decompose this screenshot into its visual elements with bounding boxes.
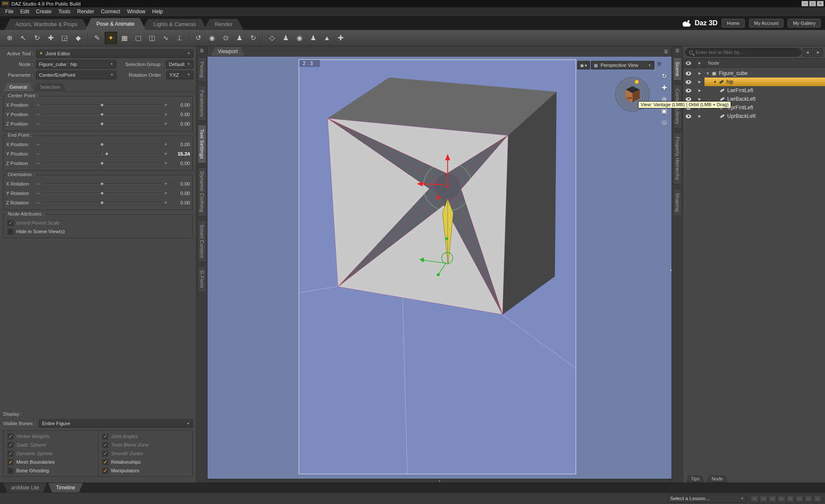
nudge-plus-button[interactable]: + (163, 142, 168, 147)
slider-value[interactable]: 0.00 (170, 121, 190, 126)
sidebar-tab-dynamic-clothing[interactable]: Dynamic Clothing (198, 167, 206, 216)
tab-animate-lite[interactable]: aniMate Lite (3, 483, 47, 492)
viewport-options-icon[interactable]: ≣ (657, 60, 662, 67)
nudge-minus-button[interactable]: − (36, 112, 40, 117)
hide-in-scene-views-checkbox[interactable] (8, 229, 13, 234)
environment-mode-button[interactable]: ▲ (321, 32, 333, 44)
slider-track[interactable] (42, 141, 161, 147)
home-button[interactable]: Home (722, 19, 744, 27)
slider-handle[interactable] (104, 151, 109, 156)
slider-track[interactable] (42, 102, 161, 108)
sidebar-tab-dform[interactable]: D-Form (198, 266, 206, 292)
visibility-toggle[interactable] (683, 72, 694, 75)
tab-tips[interactable]: Tips (686, 475, 705, 483)
figure-mode-button[interactable]: ♟ (233, 32, 246, 44)
rotation-order-dropdown[interactable]: YXZ ▼ (166, 71, 193, 79)
viewport-collapse-handle[interactable]: ▾ (208, 479, 671, 483)
surface-selection-tool-button[interactable]: ✎ (91, 32, 103, 44)
slider-track[interactable] (42, 160, 161, 166)
slider-track[interactable] (42, 151, 161, 157)
close-button[interactable]: ✕ (817, 1, 824, 6)
layout-preset-button[interactable]: ▭ (813, 495, 822, 502)
selection-group-dropdown[interactable]: Default ▼ (166, 60, 193, 69)
slider-track[interactable] (42, 121, 161, 127)
translate-tool-button[interactable]: ✚ (45, 32, 57, 44)
parameter-dropdown[interactable]: Center/EndPoint ▼ (36, 71, 117, 79)
sidebar-tab-scene[interactable]: Scene (673, 57, 682, 81)
selection-toggle[interactable]: ➤ (694, 88, 705, 93)
camera-selector-dropdown[interactable]: ▦ Perspective View ▼ (591, 61, 654, 69)
tree-row-uprbackleft[interactable]: ➤ UprBackLeft (683, 112, 825, 120)
tab-render[interactable]: Render (204, 19, 244, 30)
nudge-minus-button[interactable]: − (36, 181, 40, 186)
menu-help[interactable]: Help (149, 8, 166, 15)
menu-window[interactable]: Window (123, 8, 149, 15)
selection-toggle[interactable]: ➤ (694, 80, 705, 84)
inherit-parent-scale-checkbox[interactable]: ✓ (8, 220, 13, 226)
selection-toggle[interactable]: ➤ (694, 114, 705, 119)
twist-blend-zone-checkbox[interactable]: ✓ (102, 442, 108, 448)
minimize-button[interactable]: ─ (801, 1, 808, 6)
tab-timeline[interactable]: Timeline (48, 483, 83, 492)
bone-ghosting-checkbox[interactable] (8, 468, 13, 474)
selection-toggle[interactable]: ➤ (694, 97, 705, 102)
nudge-plus-button[interactable]: + (163, 191, 168, 196)
expand-arrow-icon[interactable]: ▼ (713, 80, 717, 84)
reset-pose-button[interactable]: ↻ (247, 32, 259, 44)
layout-preset-button[interactable]: ▭ (804, 495, 813, 502)
geometry-editor-tool-button[interactable]: ▦ (118, 32, 131, 44)
my-gallery-button[interactable]: My Gallery (788, 19, 821, 27)
orbit-icon[interactable]: ↻ (659, 71, 669, 81)
nudge-plus-button[interactable]: + (163, 102, 168, 108)
search-input[interactable] (696, 50, 798, 55)
selection-toggle[interactable]: ➤ (694, 71, 705, 76)
slider-handle[interactable] (99, 121, 104, 126)
layout-preset-button[interactable]: ▭ (750, 495, 759, 502)
nudge-plus-button[interactable]: + (163, 161, 168, 166)
layout-preset-button[interactable]: ▭ (786, 495, 795, 502)
slider-handle[interactable] (99, 200, 104, 205)
scene-filter-box[interactable] (685, 48, 801, 57)
slider-value[interactable]: 0.00 (170, 191, 190, 196)
pane-menu-icon[interactable]: ≣ (664, 48, 668, 54)
nudge-minus-button[interactable]: − (36, 161, 40, 166)
slider-track[interactable] (42, 111, 161, 117)
slider-handle[interactable] (99, 102, 104, 107)
sidebar-tab-tool-settings[interactable]: Tool Settings (198, 125, 206, 163)
pane-menu-icon[interactable]: ≣ (675, 48, 679, 54)
menu-connect[interactable]: Connect (97, 8, 123, 15)
my-account-button[interactable]: My Account (749, 19, 784, 27)
slider-handle[interactable] (99, 191, 104, 195)
slider-value[interactable]: 0.00 (170, 181, 190, 186)
tab-actors-wardrobe-props[interactable]: Actors, Wardrobe & Props (4, 19, 89, 30)
nudge-plus-button[interactable]: + (163, 112, 168, 117)
menu-file[interactable]: File (2, 8, 17, 15)
tab-general[interactable]: General (3, 83, 33, 91)
sidebar-tab-shaping[interactable]: Shaping (673, 189, 682, 216)
menu-edit[interactable]: Edit (17, 8, 33, 15)
dynamic-sphere-checkbox[interactable]: ✓ (8, 451, 13, 456)
tab-pose-animate[interactable]: Pose & Animate (85, 18, 146, 30)
menu-render[interactable]: Render (74, 8, 97, 15)
slider-track[interactable] (42, 190, 161, 196)
slider-value[interactable]: 0.00 (170, 161, 190, 166)
manipulators-checkbox[interactable]: ✓ (102, 468, 108, 474)
slider-track[interactable] (42, 181, 161, 187)
visibility-toggle[interactable] (683, 97, 694, 101)
slider-value[interactable]: 0.00 (170, 200, 190, 205)
tab-node[interactable]: Node (706, 475, 728, 483)
add-figure-button[interactable]: ♟ (307, 32, 319, 44)
sidebar-tab-parameters[interactable]: Parameters (198, 86, 206, 121)
slider-value[interactable]: 0.00 (170, 102, 190, 108)
camera-cycle-button[interactable]: ◉ (206, 32, 218, 44)
viewport-tab[interactable]: Viewport (211, 47, 244, 56)
nudge-minus-button[interactable]: − (36, 191, 40, 196)
menu-create[interactable]: Create (33, 8, 55, 15)
splitter-collapse-icon[interactable]: ◂ (670, 268, 671, 272)
slider-value[interactable]: 0.00 (170, 142, 190, 147)
uv-view-tool-button[interactable]: ◫ (146, 32, 158, 44)
visibility-toggle[interactable] (683, 80, 694, 84)
polygon-group-editor-button[interactable]: ▢ (132, 32, 145, 44)
node-selection-button[interactable]: ↖ (17, 32, 30, 44)
nudge-minus-button[interactable]: − (36, 142, 40, 147)
